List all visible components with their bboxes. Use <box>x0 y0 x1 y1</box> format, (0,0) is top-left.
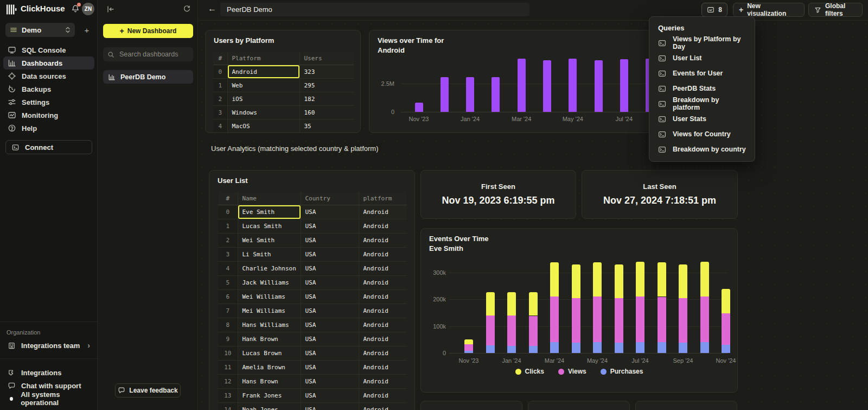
column-header[interactable]: # <box>218 192 238 205</box>
table-cell[interactable]: Android <box>359 318 407 332</box>
bar-segment-views[interactable] <box>615 298 623 342</box>
table-cell[interactable]: Jack Williams <box>238 276 301 290</box>
table-row[interactable]: 1Lucas SmithUSAAndroid <box>218 219 407 234</box>
table-row[interactable]: 0Eve SmithUSAAndroid <box>218 205 407 219</box>
sidebar-item-integrations-team[interactable]: Integrations team › <box>3 339 94 352</box>
table-cell[interactable]: 6 <box>218 290 238 304</box>
table-cell[interactable]: USA <box>301 389 359 403</box>
column-header[interactable]: Name <box>238 192 301 205</box>
table-cell[interactable]: MacOS <box>227 119 299 133</box>
global-filters-button[interactable]: Global filters <box>808 3 863 17</box>
table-cell[interactable]: 5 <box>218 276 238 290</box>
table-cell[interactable]: USA <box>301 276 359 290</box>
table-cell[interactable]: Mei Williams <box>238 304 301 318</box>
bar-segment-clicks[interactable] <box>658 262 666 297</box>
table-cell[interactable]: 182 <box>299 92 354 106</box>
table-row[interactable]: 3Li SmithUSAAndroid <box>218 248 407 262</box>
bar[interactable] <box>441 77 449 112</box>
query-menu-item[interactable]: Views by Platform by Day <box>649 35 755 51</box>
table-row[interactable]: 4MacOS35 <box>213 119 354 133</box>
bar-segment-clicks[interactable] <box>529 292 538 316</box>
query-menu-item[interactable]: Breakdown by platform <box>649 96 755 111</box>
table-cell[interactable]: 14 <box>218 403 238 410</box>
table-row[interactable]: 13Frank JonesUSAAndroid <box>218 389 407 403</box>
bar-segment-clicks[interactable] <box>593 262 602 297</box>
bar-segment-clicks[interactable] <box>722 289 730 313</box>
sidebar-item-help[interactable]: Help <box>3 122 94 135</box>
table-row[interactable]: 2iOS182 <box>213 92 354 106</box>
table-row[interactable]: 6Wei WilliamsUSAAndroid <box>218 290 407 304</box>
avatar[interactable]: ZN <box>82 3 94 15</box>
table-cell[interactable]: USA <box>301 234 359 248</box>
back-arrow-icon[interactable]: ← <box>208 4 216 14</box>
table-row[interactable]: 11Amelia BrownUSAAndroid <box>218 361 407 375</box>
table-row[interactable]: 2Wei SmithUSAAndroid <box>218 234 407 248</box>
table-cell[interactable]: 3 <box>218 248 238 262</box>
query-menu-item[interactable]: Views for Country <box>649 127 755 142</box>
queries-count-button[interactable]: 8 <box>701 3 727 17</box>
table-cell[interactable]: Android <box>359 276 407 290</box>
table-row[interactable]: 12Hans BrownUSAAndroid <box>218 375 407 389</box>
bar-segment-clicks[interactable] <box>636 262 644 297</box>
table-cell[interactable]: 9 <box>218 332 238 346</box>
bar-segment-clicks[interactable] <box>464 339 473 344</box>
table-cell[interactable]: USA <box>301 219 359 234</box>
sidebar-item-system-status[interactable]: All systems operational <box>3 392 94 405</box>
table-cell[interactable]: 2 <box>218 234 238 248</box>
sidebar-item-sql-console[interactable]: SQL Console <box>3 43 94 56</box>
table-cell[interactable]: Android <box>359 304 407 318</box>
table-cell[interactable]: Android <box>359 361 407 375</box>
leave-feedback-button[interactable]: Leave feedback <box>115 383 181 398</box>
table-cell[interactable]: Wei Smith <box>238 234 301 248</box>
bar[interactable] <box>543 60 551 112</box>
table-cell[interactable]: 8 <box>218 318 238 332</box>
table-cell[interactable]: 1 <box>213 79 227 92</box>
bar-segment-clicks[interactable] <box>550 262 559 297</box>
table-cell[interactable]: Android <box>359 403 407 410</box>
bar-segment-purchases[interactable] <box>529 346 538 353</box>
table-cell[interactable]: Lucas Smith <box>238 219 301 234</box>
bar-segment-clicks[interactable] <box>507 292 516 316</box>
table-cell[interactable]: 4 <box>218 262 238 276</box>
bar-segment-purchases[interactable] <box>507 346 516 353</box>
table-cell[interactable]: Li Smith <box>238 248 301 262</box>
connect-button[interactable]: Connect <box>5 140 92 154</box>
table-cell[interactable]: 10 <box>218 346 238 361</box>
table-cell[interactable]: USA <box>301 290 359 304</box>
bar-segment-purchases[interactable] <box>593 342 602 353</box>
table-cell[interactable]: Windows <box>227 106 299 119</box>
table-cell[interactable]: Wei Williams <box>238 290 301 304</box>
table-cell[interactable]: 1 <box>218 219 238 234</box>
table-cell[interactable]: 0 <box>218 205 238 219</box>
table-cell[interactable]: Android <box>359 205 407 219</box>
table-cell[interactable]: USA <box>301 205 359 219</box>
bar-segment-views[interactable] <box>464 344 473 351</box>
table-row[interactable]: 14Noah JonesUSAAndroid <box>218 403 407 410</box>
table-cell[interactable]: iOS <box>227 92 299 106</box>
bar-segment-clicks[interactable] <box>700 262 709 297</box>
table-cell[interactable]: Charlie Johnson <box>238 262 301 276</box>
table-cell[interactable]: Android <box>227 65 299 79</box>
table-cell[interactable]: 11 <box>218 361 238 375</box>
bar-segment-purchases[interactable] <box>636 342 644 353</box>
table-cell[interactable]: 295 <box>299 79 354 92</box>
table-cell[interactable]: Eve Smith <box>238 205 301 219</box>
bar-segment-purchases[interactable] <box>700 342 709 353</box>
bar-segment-clicks[interactable] <box>572 264 580 298</box>
bar[interactable] <box>620 59 628 112</box>
bar-segment-purchases[interactable] <box>658 342 666 353</box>
table-cell[interactable]: Android <box>359 219 407 234</box>
table-cell[interactable]: Hank Brown <box>238 332 301 346</box>
table-row[interactable]: 7Mei WilliamsUSAAndroid <box>218 304 407 318</box>
legend-item[interactable]: Views <box>558 368 586 375</box>
column-header[interactable]: platform <box>359 192 407 205</box>
table-cell[interactable]: 160 <box>299 106 354 119</box>
table-row[interactable]: 3Windows160 <box>213 106 354 119</box>
search-dashboards-input[interactable] <box>118 50 189 59</box>
table-cell[interactable]: Android <box>359 290 407 304</box>
table-cell[interactable]: Android <box>359 375 407 389</box>
table-cell[interactable]: Lucas Brown <box>238 346 301 361</box>
bar-segment-views[interactable] <box>722 313 730 345</box>
bar-segment-views[interactable] <box>658 297 666 343</box>
table-cell[interactable]: Android <box>359 332 407 346</box>
